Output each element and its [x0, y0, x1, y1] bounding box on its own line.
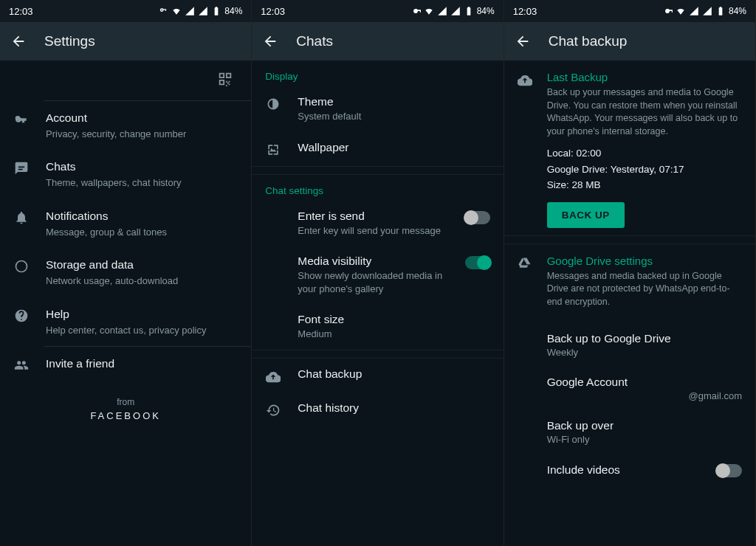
- include-videos-item[interactable]: Include videos: [504, 454, 755, 486]
- backup-over-item[interactable]: Back up over Wi-Fi only: [504, 410, 755, 454]
- vpn-key-icon: [410, 6, 421, 16]
- chats-settings-list: Display Theme System default Wallpaper C…: [252, 61, 503, 546]
- battery-icon: [464, 6, 474, 16]
- item-title: Font size: [298, 313, 489, 326]
- item-title: Media visibility: [298, 255, 448, 268]
- status-time: 12:03: [261, 6, 285, 17]
- item-title: Help: [46, 307, 239, 322]
- signal-icon: [702, 6, 712, 16]
- bell-icon: [13, 209, 30, 238]
- status-right: 84%: [410, 6, 495, 16]
- battery-icon: [211, 6, 221, 16]
- google-account-item[interactable]: Google Account @gmail.com: [504, 367, 755, 410]
- signal-icon: [450, 6, 461, 16]
- wifi-icon: [676, 6, 686, 16]
- chat-history-item[interactable]: Chat history: [252, 393, 503, 426]
- item-subtitle: Privacy, security, change number: [46, 128, 239, 141]
- backup-button[interactable]: BACK UP: [547, 202, 625, 228]
- chats-screen: 12:03 84% Chats Display Theme System def…: [252, 0, 504, 546]
- facebook-label: FACEBOOK: [0, 410, 251, 421]
- enter-is-send-item[interactable]: Enter is send Enter key will send your m…: [252, 201, 503, 246]
- from-facebook: from FACEBOOK: [0, 397, 251, 421]
- qr-row: [0, 61, 251, 100]
- notifications-item[interactable]: Notifications Message, group & call tone…: [0, 199, 251, 248]
- font-size-item[interactable]: Font size Medium: [252, 304, 503, 350]
- help-icon: [13, 307, 30, 336]
- cloud-upload-icon: [518, 71, 534, 228]
- settings-screen: 12:03 84% Settings Account Privacy, secu…: [0, 0, 252, 546]
- item-subtitle: Medium: [298, 328, 489, 341]
- item-subtitle: @gmail.com: [547, 390, 742, 401]
- cloud-upload-icon: [265, 367, 281, 384]
- item-title: Include videos: [547, 463, 708, 477]
- include-videos-toggle[interactable]: [717, 464, 742, 477]
- chat-icon: [13, 159, 30, 189]
- gd-settings-desc: Messages and media backed up in Google D…: [547, 270, 742, 309]
- signal-icon: [689, 6, 699, 16]
- item-subtitle: Theme, wallpapers, chat history: [46, 176, 239, 190]
- item-title: Account: [46, 111, 239, 126]
- backup-frequency-item[interactable]: Back up to Google Drive Weekly: [504, 323, 755, 367]
- page-title: Settings: [44, 33, 95, 49]
- status-bar: 12:03 84%: [252, 0, 503, 22]
- status-battery: 84%: [729, 6, 746, 16]
- back-button[interactable]: [262, 33, 278, 49]
- signal-icon: [198, 6, 208, 16]
- people-icon: [13, 356, 30, 373]
- back-button[interactable]: [515, 33, 531, 49]
- item-subtitle: Enter key will send your message: [298, 224, 448, 238]
- page-title: Chat backup: [549, 33, 628, 49]
- separator: [504, 235, 755, 244]
- signal-icon: [185, 6, 195, 16]
- chat-backup-item[interactable]: Chat backup: [252, 359, 503, 393]
- theme-item[interactable]: Theme System default: [252, 86, 503, 132]
- app-bar: Chats: [252, 22, 503, 61]
- app-bar: Chat backup: [504, 22, 755, 61]
- chats-item[interactable]: Chats Theme, wallpapers, chat history: [0, 150, 251, 198]
- settings-list: Account Privacy, security, change number…: [0, 61, 251, 546]
- status-battery: 84%: [477, 6, 495, 16]
- item-subtitle: Message, group & call tones: [46, 226, 239, 239]
- help-item[interactable]: Help Help center, contact us, privacy po…: [0, 297, 251, 346]
- chat-settings-header: Chat settings: [252, 175, 503, 201]
- gd-settings-title: Google Drive settings: [547, 255, 742, 267]
- item-title: Theme: [298, 95, 489, 108]
- status-right: 84%: [158, 6, 242, 16]
- last-backup-desc: Back up your messages and media to Googl…: [547, 86, 742, 138]
- arrow-back-icon: [262, 33, 278, 49]
- account-item[interactable]: Account Privacy, security, change number: [0, 101, 251, 150]
- google-drive-icon: [518, 255, 534, 317]
- item-title: Google Account: [547, 376, 742, 389]
- item-title: Invite a friend: [46, 356, 239, 372]
- qr-button[interactable]: [217, 71, 233, 90]
- chat-backup-content: Last Backup Back up your messages and me…: [504, 61, 755, 546]
- display-section-header: Display: [252, 61, 503, 86]
- page-title: Chats: [296, 33, 333, 49]
- item-title: Storage and data: [46, 258, 239, 273]
- back-button[interactable]: [10, 33, 27, 49]
- media-visibility-item[interactable]: Media visibility Show newly downloaded m…: [252, 246, 503, 304]
- storage-item[interactable]: Storage and data Network usage, auto-dow…: [0, 248, 251, 297]
- local-backup-line: Local: 02:00: [547, 145, 742, 162]
- chat-backup-screen: 12:03 84% Chat backup Last Backup Back u…: [504, 0, 756, 546]
- enter-is-send-toggle[interactable]: [465, 211, 490, 224]
- data-usage-icon: [13, 258, 30, 287]
- item-title: Chat history: [298, 401, 489, 415]
- wifi-icon: [424, 6, 434, 16]
- qr-code-icon: [217, 71, 233, 87]
- app-bar: Settings: [0, 22, 251, 61]
- item-title: Chats: [46, 159, 239, 175]
- google-drive-settings-block: Google Drive settings Messages and media…: [504, 244, 755, 324]
- status-battery: 84%: [224, 6, 242, 16]
- from-label: from: [0, 397, 251, 407]
- invite-item[interactable]: Invite a friend: [0, 347, 251, 382]
- last-backup-title: Last Backup: [547, 71, 742, 83]
- vpn-key-icon: [158, 6, 168, 16]
- item-title: Back up to Google Drive: [547, 332, 742, 345]
- size-line: Size: 28 MB: [547, 177, 742, 193]
- media-visibility-toggle[interactable]: [465, 256, 490, 269]
- wallpaper-item[interactable]: Wallpaper: [252, 132, 503, 166]
- item-title: Back up over: [547, 419, 742, 432]
- separator: [252, 166, 503, 175]
- battery-icon: [715, 6, 726, 16]
